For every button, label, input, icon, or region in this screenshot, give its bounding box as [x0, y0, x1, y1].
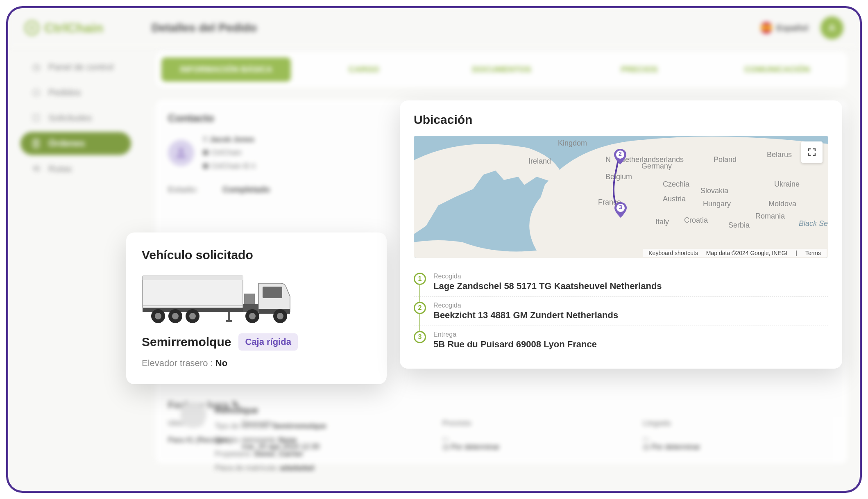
map[interactable]: Ireland Kingdom NNetherlandserlands Belg…: [414, 136, 828, 258]
package-icon: ⬡: [30, 87, 42, 98]
map-label-ukraine: Ukraine: [774, 180, 800, 189]
svg-point-22: [249, 313, 256, 319]
sidebar-item-label: Pedidos: [48, 87, 81, 98]
logo-icon: [25, 21, 39, 35]
map-fullscreen-button[interactable]: [801, 141, 823, 163]
map-label-moldova: Moldova: [768, 200, 796, 208]
stop-type: Entrega: [433, 331, 828, 338]
truck-illustration-icon: [142, 271, 297, 324]
tab-prices[interactable]: PRECIOS: [575, 57, 704, 82]
stop-item: 1 Recogida Lage Zandschel 58 5171 TG Kaa…: [414, 268, 828, 297]
stop-number-badge: 3: [414, 331, 426, 343]
person-icon: ⚲: [202, 135, 208, 144]
body-type-badge: Caja rígida: [238, 333, 297, 351]
sidebar-item-label: Rutas: [48, 164, 72, 174]
svg-rect-19: [228, 312, 230, 321]
map-label-germany: Germany: [641, 162, 672, 171]
map-label-croatia: Croatia: [684, 216, 708, 225]
map-label-serbia: Serbia: [728, 221, 750, 230]
map-pin-2[interactable]: 2: [614, 149, 626, 164]
tail-lift-row: Elevador trasero : No: [142, 358, 371, 369]
contact-company: CtrlChain: [211, 148, 242, 157]
map-label-ireland: Ireland: [528, 157, 551, 166]
vehicle-card-title: Vehículo solicitado: [142, 248, 371, 262]
sidebar-item-solicitudes[interactable]: ☐ Solicitudes: [20, 107, 131, 130]
building-icon: ⬢: [202, 162, 209, 170]
flag-spain-icon: [761, 22, 772, 34]
tab-basic-info[interactable]: INFORMACIÓN BÁSICA: [161, 57, 291, 82]
map-label-austria: Austria: [663, 195, 686, 203]
location-card-title: Ubicación: [414, 113, 828, 127]
map-keyboard-shortcuts[interactable]: Keyboard shortcuts: [648, 250, 698, 256]
sidebar-item-rutas[interactable]: ⟲ Rutas: [20, 157, 131, 180]
map-data-copyright: Map data ©2024 Google, INEGI: [706, 250, 788, 256]
dt-header-arrival: Llegada: [643, 419, 835, 428]
svg-point-24: [277, 313, 283, 319]
map-label-belarus: Belarus: [767, 150, 792, 159]
sidebar-item-label: Órdenes: [48, 138, 85, 149]
stop-item: 2 Recogida Beekzicht 13 4881 GM Zundert …: [414, 297, 828, 326]
map-label-hungary: Hungary: [703, 200, 731, 208]
stop-address: Beekzicht 13 4881 GM Zundert Netherlands: [433, 310, 828, 321]
dt-eta: En ◷ Por determinar: [442, 436, 635, 451]
map-label-italy: Italy: [655, 218, 669, 226]
sidebar-item-dashboard[interactable]: ◷ Panel de control: [20, 56, 131, 79]
logo[interactable]: CtrlChain: [25, 21, 152, 36]
map-label-czechia: Czechia: [663, 180, 689, 189]
stop-address: Lage Zandschel 58 5171 TG Kaatsheuvel Ne…: [433, 281, 828, 292]
route-icon: ⟲: [30, 163, 42, 175]
dt-arrival: En ◷ Por determinar: [643, 436, 835, 451]
sidebar-item-pedidos[interactable]: ⬡ Pedidos: [20, 81, 131, 104]
map-attribution: Keyboard shortcuts Map data ©2024 Google…: [643, 249, 827, 257]
language-selector[interactable]: Español: [761, 22, 808, 34]
stop-address: 5B Rue du Puisard 69008 Lyon France: [433, 339, 828, 350]
tab-communication[interactable]: COMUNICACIÓN: [712, 57, 842, 82]
trailer-title: Remolque: [215, 402, 326, 419]
tab-cargo[interactable]: CARGO: [299, 57, 428, 82]
clipboard-icon: [30, 138, 42, 149]
stop-item: 3 Entrega 5B Rue du Puisard 69008 Lyon F…: [414, 326, 828, 355]
svg-rect-11: [263, 287, 282, 298]
avatar[interactable]: A: [820, 16, 843, 39]
svg-point-18: [189, 313, 196, 319]
map-terms-link[interactable]: Terms: [805, 250, 821, 256]
tabs: INFORMACIÓN BÁSICA CARGO DOCUMENTOS PREC…: [156, 52, 848, 87]
map-label-black-sea: Black Sea: [799, 219, 828, 228]
svg-rect-5: [143, 276, 243, 308]
status-value: Completado: [222, 185, 270, 194]
svg-point-4: [179, 148, 184, 153]
dashboard-icon: ◷: [30, 62, 42, 73]
stop-number-badge: 2: [414, 302, 426, 314]
sidebar-item-ordenes[interactable]: Órdenes: [20, 132, 131, 155]
building-icon: ⬢: [202, 148, 209, 157]
stop-number-badge: 1: [414, 273, 426, 285]
map-label-romania: Romania: [755, 212, 785, 221]
language-label: Español: [776, 23, 808, 33]
dt-header-eta: Previsto: [442, 419, 635, 428]
svg-rect-10: [244, 294, 255, 304]
svg-point-14: [155, 313, 161, 319]
contact-name: Jacob Jones: [210, 135, 254, 144]
map-label-belgium: Belgium: [605, 173, 632, 181]
stops-list: 1 Recogida Lage Zandschel 58 5171 TG Kaa…: [414, 268, 828, 355]
page-title: Detalles del Pedido: [152, 21, 761, 34]
sidebar-item-label: Panel de control: [48, 62, 113, 73]
vehicle-requested-card: Vehículo solicitado: [126, 232, 387, 384]
trailer-icon: [180, 402, 206, 428]
map-label-kingdom: Kingdom: [558, 139, 587, 148]
stop-type: Recogida: [433, 273, 828, 280]
vehicle-type: Semirremolque: [142, 335, 231, 349]
map-label-slovakia: Slovakia: [700, 187, 728, 195]
status-label: Estado:: [168, 185, 198, 194]
sidebar: ◷ Panel de control ⬡ Pedidos ☐ Solicitud…: [8, 48, 143, 493]
contact-avatar-icon: [168, 140, 194, 166]
stop-type: Recogida: [433, 302, 828, 309]
inbox-icon: ☐: [30, 112, 42, 124]
brand-name: CtrlChain: [44, 21, 103, 36]
map-pin-3[interactable]: 3: [614, 202, 627, 218]
svg-rect-6: [143, 276, 243, 280]
tab-documents[interactable]: DOCUMENTOS: [437, 57, 566, 82]
svg-rect-20: [226, 320, 232, 322]
svg-point-16: [172, 313, 179, 319]
sidebar-item-label: Solicitudes: [48, 113, 92, 123]
